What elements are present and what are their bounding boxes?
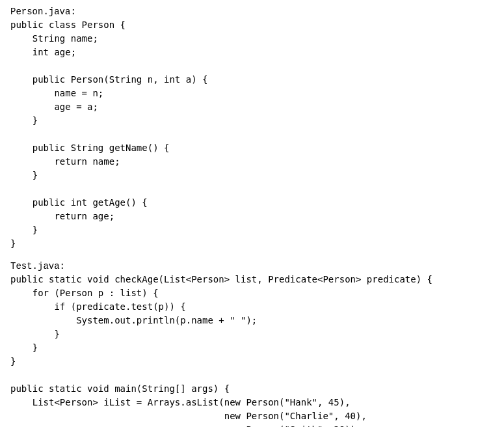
person-java-section: Person.java: public class Person { Strin… xyxy=(10,7,494,251)
code-container: Person.java: public class Person { Strin… xyxy=(10,7,494,427)
test-java-code: public static void checkAge(List<Person>… xyxy=(10,273,494,427)
person-java-label: Person.java: xyxy=(10,7,494,17)
test-java-label: Test.java: xyxy=(10,261,494,271)
test-java-section: Test.java: public static void checkAge(L… xyxy=(10,261,494,427)
person-java-code: public class Person { String name; int a… xyxy=(10,18,494,251)
